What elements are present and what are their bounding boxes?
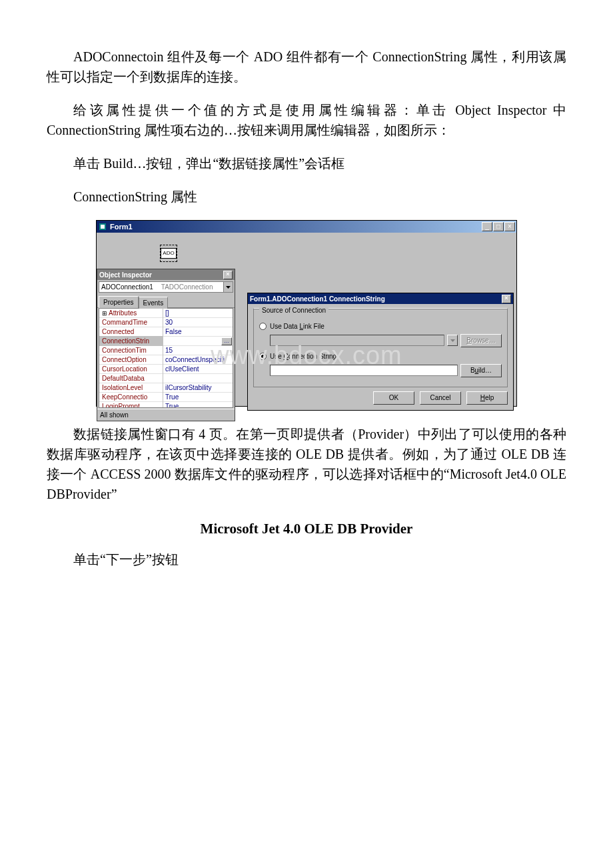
prop-value[interactable]: True	[163, 401, 233, 408]
radio-icon	[259, 323, 267, 330]
prop-name: IsolationLevel	[99, 383, 163, 393]
prop-name: ConnectionTim	[99, 345, 163, 355]
para-3: 单击 Build…按钮，弹出“数据链接属性”会话框	[47, 153, 566, 173]
object-inspector-close-button[interactable]: ×	[223, 271, 233, 279]
connection-string-field[interactable]	[270, 365, 458, 376]
radio-label: Use Data Link File	[270, 321, 324, 331]
prop-name: CommandTime	[99, 317, 163, 327]
object-inspector-window: Object Inspector × ADOConnection1 TADOCo…	[97, 269, 235, 421]
dialog-button-row: OK Cancel Help	[253, 391, 508, 405]
build-button[interactable]: Build…	[460, 364, 502, 377]
prop-value[interactable]: …	[163, 337, 233, 345]
cancel-button[interactable]: Cancel	[420, 391, 461, 405]
object-inspector-titlebar: Object Inspector ×	[97, 269, 235, 280]
chevron-down-icon	[447, 335, 458, 346]
ellipsis-button[interactable]: …	[221, 337, 232, 345]
svg-marker-3	[450, 339, 455, 342]
prop-value[interactable]: ilCursorStability	[163, 383, 233, 393]
radio-label: Use Connection String	[270, 351, 336, 361]
prop-value[interactable]: clUseClient	[163, 364, 233, 374]
connectionstring-dialog: Form1.ADOConnection1 ConnectionString × …	[247, 293, 514, 411]
radio-use-connection-string[interactable]: Use Connection String	[259, 351, 502, 361]
prop-name: ConnectOption	[99, 355, 163, 365]
para-6: 单击“下一步”按钮	[47, 549, 566, 569]
radio-icon	[259, 353, 267, 360]
browse-button: Browse…	[460, 334, 502, 347]
svg-rect-1	[101, 225, 105, 229]
form1-app-icon	[98, 222, 107, 231]
tab-properties[interactable]: Properties	[99, 296, 139, 308]
connectionstring-title: Form1.ADOConnection1 ConnectionString	[250, 294, 502, 304]
object-inspector-title: Object Inspector	[99, 270, 223, 280]
form1-title: Form1	[110, 221, 482, 233]
minimize-button[interactable]: _	[482, 222, 492, 231]
form1-titlebar: Form1 _ □ ×	[97, 221, 516, 233]
prop-value[interactable]: 15	[163, 345, 233, 355]
prop-value[interactable]: []	[163, 308, 233, 318]
prop-name: KeepConnectio	[99, 392, 163, 402]
prop-value[interactable]: 30	[163, 317, 233, 327]
maximize-button[interactable]: □	[493, 222, 504, 231]
oi-combo-type: TADOConnection	[159, 282, 215, 292]
prop-name: DefaultDataba	[99, 373, 163, 383]
heading-provider: Microsoft Jet 4.0 OLE DB Provider	[47, 519, 566, 540]
source-of-connection-group: Source of Connection Use Data Link File …	[253, 308, 508, 387]
prop-name: ConnectionStrin	[99, 336, 163, 346]
screenshot-composite: Form1 _ □ × ADO Object Inspector × ADOCo…	[96, 220, 517, 407]
oi-combo-name: ADOConnection1	[99, 282, 155, 292]
prop-value[interactable]: coConnectUnspecifi	[163, 355, 233, 365]
prop-name: Connected	[99, 327, 163, 337]
group-legend: Source of Connection	[259, 307, 328, 314]
datalink-file-field	[270, 335, 444, 346]
connectionstring-close-button[interactable]: ×	[502, 295, 511, 303]
prop-value[interactable]: True	[163, 392, 233, 402]
object-inspector-status: All shown	[97, 409, 235, 421]
ok-button[interactable]: OK	[373, 391, 414, 405]
radio-use-datalink-file[interactable]: Use Data Link File	[259, 321, 502, 331]
adoconnection-component-icon[interactable]: ADO	[160, 245, 177, 262]
svg-marker-2	[226, 286, 231, 289]
para-5: 数据链接属性窗口有 4 页。在第一页即提供者（Provider）中列出了可以使用…	[47, 424, 566, 504]
para-1: ADOConnectoin 组件及每一个 ADO 组件都有一个 Connecti…	[47, 47, 566, 87]
object-inspector-component-combo[interactable]: ADOConnection1 TADOConnection	[99, 281, 233, 293]
help-button[interactable]: Help	[466, 391, 508, 405]
form1-client-area: ADO Object Inspector × ADOConnection1 TA…	[97, 233, 516, 406]
object-inspector-property-grid[interactable]: Attributes[] CommandTime30 ConnectedFals…	[99, 308, 233, 408]
connectionstring-titlebar: Form1.ADOConnection1 ConnectionString ×	[248, 293, 513, 304]
prop-name: LoginPrompt	[99, 401, 163, 408]
tab-events[interactable]: Events	[139, 297, 169, 309]
para-4: ConnectionString 属性	[47, 187, 566, 207]
prop-name: CursorLocation	[99, 364, 163, 374]
para-2: 给该属性提供一个值的方式是使用属性编辑器：单击 Object Inspector…	[47, 100, 566, 140]
form1-window: Form1 _ □ × ADO Object Inspector × ADOCo…	[96, 220, 517, 407]
chevron-down-icon[interactable]	[223, 282, 233, 292]
close-button[interactable]: ×	[504, 222, 515, 231]
object-inspector-tabs: Properties Events	[97, 294, 235, 308]
prop-name: Attributes	[99, 308, 163, 318]
prop-value[interactable]: False	[163, 327, 233, 337]
ado-icon-label: ADO	[161, 248, 176, 259]
